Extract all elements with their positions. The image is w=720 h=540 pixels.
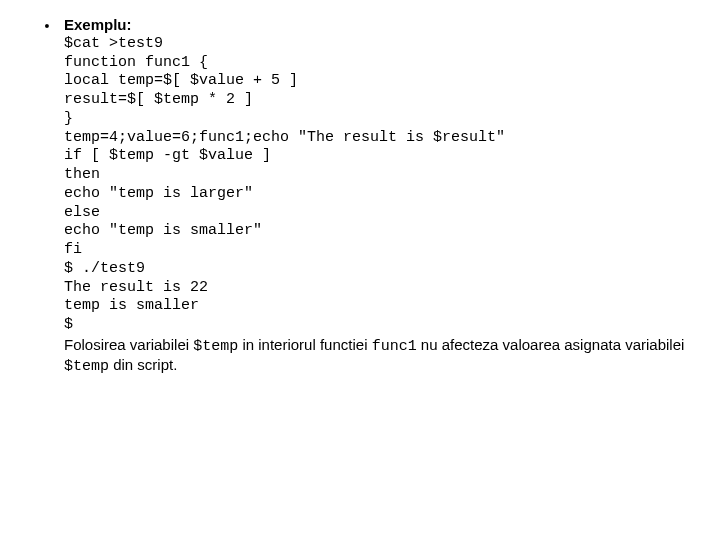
code-line: then [64,166,690,185]
code-line: } [64,110,690,129]
bullet-item: • Exemplu: $cat >test9 function func1 { … [30,16,690,376]
explain-code: func1 [372,338,417,355]
code-line: temp=4;value=6;func1;echo "The result is… [64,129,690,148]
example-heading: Exemplu: [64,16,690,35]
code-line: result=$[ $temp * 2 ] [64,91,690,110]
explain-code: $temp [64,358,109,375]
slide: • Exemplu: $cat >test9 function func1 { … [0,0,720,540]
code-line: $cat >test9 [64,35,690,54]
explain-text: Folosirea variabilei [64,336,193,353]
explanation-text: Folosirea variabilei $temp in interiorul… [64,336,690,376]
explain-text: nu afecteza valoarea asignata variabilei [417,336,685,353]
code-line: fi [64,241,690,260]
bullet-content: Exemplu: $cat >test9 function func1 { lo… [64,16,690,376]
code-line: $ [64,316,690,335]
explain-code: $temp [193,338,238,355]
code-line: $ ./test9 [64,260,690,279]
explain-text: din script. [109,356,177,373]
code-line: echo "temp is larger" [64,185,690,204]
code-line: function func1 { [64,54,690,73]
code-line: The result is 22 [64,279,690,298]
code-line: temp is smaller [64,297,690,316]
explain-text: in interiorul functiei [238,336,371,353]
bullet-icon: • [30,16,64,36]
code-line: if [ $temp -gt $value ] [64,147,690,166]
code-line: else [64,204,690,223]
code-line: local temp=$[ $value + 5 ] [64,72,690,91]
code-line: echo "temp is smaller" [64,222,690,241]
